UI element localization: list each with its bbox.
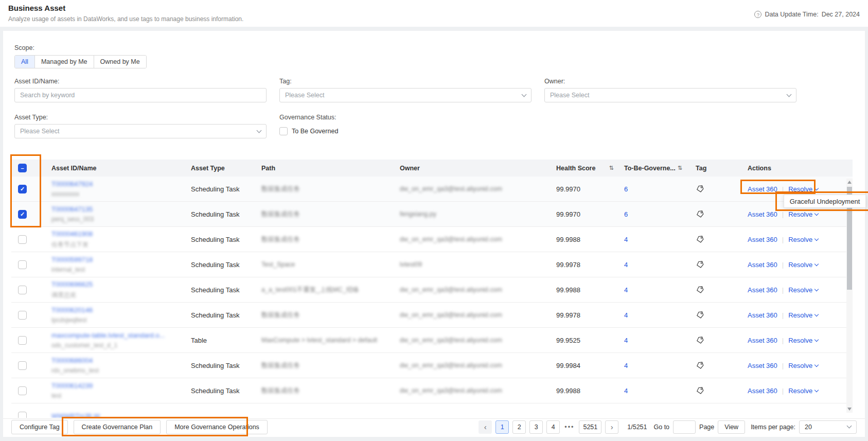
asset-id-link[interactable]: maxcompute-table.lvtest_standard.o... [51,331,165,339]
to-be-governed-count-link[interactable]: 4 [624,311,628,319]
asset-id-link[interactable]: T0000599718 [51,256,93,263]
asset-id-link[interactable]: T0000647135 [51,205,93,213]
owner-cell: dw_on_emr_qa3@test.aliyunid.com [400,185,556,192]
tag-icon[interactable] [696,336,704,344]
row-checkbox[interactable] [18,386,27,395]
row-checkbox[interactable] [18,336,27,345]
asset-360-link[interactable]: Asset 360 [748,286,777,294]
sort-icon[interactable]: ⇅ [609,165,613,171]
resolve-link[interactable]: Resolve [788,210,818,218]
asset-id-cell: T0000647135perq_sess_003 [41,205,191,223]
footer-button-configure-tag[interactable]: Configure Tag [11,420,68,434]
select-all-checkbox[interactable]: – [18,164,27,172]
path-cell: 数据集成任务 [261,311,400,320]
path-text: 数据集成任务 [261,361,300,370]
asset-id-link[interactable]: T0000647924 [51,180,93,188]
to-be-governed-count-link[interactable]: 4 [624,387,628,395]
actions-divider: | [782,387,784,395]
to-be-governed-count-link[interactable]: 6 [624,210,628,218]
scroll-up-icon[interactable] [847,181,852,184]
asset-360-link[interactable]: Asset 360 [748,210,777,218]
asset-type-select[interactable]: Please Select [14,124,267,138]
row-checkbox[interactable]: ✓ [18,210,27,219]
tag-select[interactable]: Please Select [279,88,532,102]
pagination-last-page[interactable]: 5251 [579,420,601,434]
tag-cell [696,286,748,294]
asset-type-cell: Scheduling Task [191,387,261,395]
tag-icon[interactable] [696,311,704,319]
search-input[interactable] [20,92,261,99]
pagination-page-3[interactable]: 3 [529,420,543,434]
pagination-prev-button[interactable]: ‹ [479,420,492,434]
items-per-page-select[interactable]: 20 [799,420,857,434]
asset-360-link[interactable]: Asset 360 [748,311,777,319]
asset-360-link[interactable]: Asset 360 [748,337,777,344]
asset-name-text: xxxxxxxxx [51,190,79,198]
resolve-link[interactable]: Resolve [788,362,818,369]
asset-360-link[interactable]: Asset 360 [748,387,777,395]
resolve-link[interactable]: Resolve [788,286,818,294]
asset-360-link[interactable]: Asset 360 [748,362,777,369]
asset-id-link[interactable]: T0000686004 [51,357,93,364]
pagination-next-button[interactable]: › [605,420,618,434]
to-be-governed-cell: 4 [624,387,696,395]
row-checkbox[interactable]: ✓ [18,185,27,193]
tag-icon[interactable] [696,210,704,218]
row-checkbox[interactable] [18,286,27,294]
row-checkbox[interactable] [18,260,27,269]
scroll-down-icon[interactable] [847,408,852,411]
asset-360-link[interactable]: Asset 360 [748,185,777,193]
asset-id-link[interactable]: T0000620146 [51,306,93,314]
pagination-page-4[interactable]: 4 [546,420,560,434]
resolve-link[interactable]: Resolve [788,387,818,395]
to-be-governed-checkbox[interactable] [279,127,288,135]
row-checkbox[interactable] [18,412,27,418]
row-checkbox[interactable] [18,235,27,244]
help-icon[interactable]: ? [754,11,761,18]
owner-cell: dw_on_emr_qa3@test.aliyunid.com [400,236,556,243]
owner-select[interactable]: Please Select [544,88,796,102]
scope-option-managed-by-me[interactable]: Managed by Me [34,56,94,68]
resolve-link[interactable]: Resolve [788,185,818,193]
tag-icon[interactable] [696,185,704,193]
footer-button-more-governance-operations[interactable]: More Governance Operations [166,420,268,434]
resolve-link[interactable]: Resolve [788,311,818,319]
asset-type-cell: Scheduling Task [191,286,261,294]
asset-id-link[interactable]: T0000696625 [51,280,93,288]
tag-icon[interactable] [696,260,704,269]
tag-icon[interactable] [696,386,704,395]
to-be-governed-count-link[interactable]: 4 [624,337,628,344]
to-be-governed-count-link[interactable]: 4 [624,362,628,369]
chevron-down-icon [814,387,819,392]
goto-page-input[interactable] [673,420,696,434]
scope-option-owned-by-me[interactable]: Owned by Me [94,56,146,68]
row-checkbox[interactable] [18,311,27,320]
asset-id-link[interactable]: T0000614239 [51,382,93,390]
to-be-governed-count-link[interactable]: 6 [624,185,628,193]
to-be-governed-count-link[interactable]: 4 [624,236,628,243]
asset-type-label: Asset Type: [14,114,267,121]
asset-id-link[interactable]: T0000461908 [51,230,93,238]
vertical-scrollbar[interactable] [846,179,853,413]
to-be-governed-count-link[interactable]: 4 [624,286,628,294]
resolve-link[interactable]: Resolve [788,337,818,344]
sort-icon[interactable]: ⇅ [678,165,682,171]
tag-icon[interactable] [696,286,704,294]
asset-360-link[interactable]: Asset 360 [748,261,777,269]
pagination-page-2[interactable]: 2 [512,420,526,434]
to-be-governed-count-link[interactable]: 4 [624,261,628,269]
asset-id-cell: T0000686004rds_onebms_test [41,357,191,374]
pagination-page-1[interactable]: 1 [495,420,509,434]
tag-icon[interactable] [696,361,704,369]
asset-360-link[interactable]: Asset 360 [748,236,777,243]
actions-cell: Asset 360|Resolve [748,261,846,269]
scope-option-all[interactable]: All [15,56,34,68]
resolve-link[interactable]: Resolve [788,236,818,243]
resolve-link[interactable]: Resolve [788,261,818,269]
resolve-menu-item-graceful-undeployment[interactable]: Graceful Undeployment [784,195,866,208]
tag-icon[interactable] [696,235,704,243]
footer-button-create-governance-plan[interactable]: Create Governance Plan [74,420,161,434]
row-checkbox[interactable] [18,361,27,370]
asset-id-link[interactable]: WWWRTHJB.W [51,412,100,418]
view-button[interactable]: View [718,420,745,434]
